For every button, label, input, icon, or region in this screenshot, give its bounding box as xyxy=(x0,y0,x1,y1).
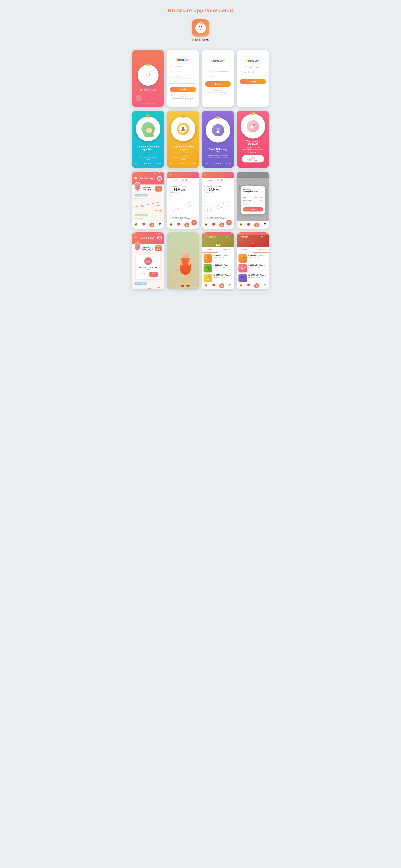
nutrition1-menu-tab[interactable]: Menu xyxy=(202,247,218,252)
nav-grid-icon-4[interactable]: ⊞ xyxy=(263,222,267,226)
tab-length-2[interactable]: Length xyxy=(204,178,215,183)
password-field[interactable]: Password xyxy=(170,81,196,84)
tab-weight-2[interactable]: Weight xyxy=(215,178,225,183)
onboard1-next[interactable]: NEXT xyxy=(157,163,161,165)
nutrition2-menu-tab[interactable]: Menu xyxy=(237,247,253,252)
user-avatar[interactable] xyxy=(157,176,162,181)
nav-home-icon-2[interactable]: 🏠 xyxy=(185,222,189,227)
tab-length[interactable]: Length xyxy=(169,178,180,183)
app-icon: 👑 xyxy=(192,20,209,36)
getstarted-button[interactable]: GET STARTED! xyxy=(242,155,264,162)
onboard3-next[interactable]: NEXT xyxy=(226,163,231,165)
nav-grid-nut2[interactable]: ⊞ xyxy=(263,283,267,287)
nav-baby-icon-2[interactable]: 👶 xyxy=(169,222,173,226)
nutrition2-menu-icon[interactable]: ☰ xyxy=(265,236,267,239)
ruler-screen: 90 80 70 60 50 40 30 20 10 🌸 xyxy=(167,232,199,289)
weight-date: 15 May 2018 xyxy=(204,192,232,193)
nutrition-2-screen: 9:41 🔋 ← Nutrition 🔍 ☰ 🍅 Menu Super food xyxy=(237,232,269,289)
nav-baby-nut1[interactable]: 👶 xyxy=(204,283,207,287)
splash-mascot: 👑 xyxy=(138,65,159,86)
food-item-sf-2[interactable]: LITTLEBIG 9-12 Months Recipes 250 posts … xyxy=(238,264,267,273)
signin-link[interactable]: Sign In xyxy=(189,98,193,99)
onboard2-next[interactable]: NEXT xyxy=(191,163,196,165)
nav-home-icon[interactable]: 🏠 xyxy=(149,222,154,227)
nutrition1-search[interactable]: 🔍 xyxy=(226,236,229,239)
nav-grid-nut1[interactable]: ⊞ xyxy=(228,283,232,287)
modal-date-field: Date 27 May 2018 xyxy=(243,195,263,199)
nav-heart-icon-2[interactable]: ❤️ xyxy=(177,222,180,226)
vr-dialog: 🥽 Would you like to use VR? Cancel Scan … xyxy=(136,255,160,279)
nav-baby-nut2[interactable]: 👶 xyxy=(239,283,242,287)
weight-chart-btn[interactable]: WEIGHT CHART xyxy=(134,214,148,216)
email-field[interactable]: Email address xyxy=(170,65,196,68)
food-item-3[interactable]: 🍜 12-18 Months Recipes 110 posts ❤ 1,309 xyxy=(204,274,232,282)
modal-save-button[interactable]: Save xyxy=(243,207,263,212)
email-id-field[interactable]: Enter Email ID xyxy=(240,71,266,74)
nutrition1-superfood-tab[interactable]: Super food xyxy=(218,247,234,252)
tab-weight[interactable]: Weight xyxy=(180,178,190,183)
food-item-sf-1[interactable]: 🥕 6-8 Months Recipes 184 posts ❤ 1,645 xyxy=(238,254,267,262)
modal-weight-field[interactable]: Weight (cm) Input xyxy=(243,203,263,206)
onboard3-skip[interactable]: SKIP xyxy=(205,163,209,165)
submit-button[interactable]: Submit xyxy=(240,79,266,84)
onboard1-skip[interactable]: SKIP xyxy=(135,163,139,165)
nav-home-icon-4[interactable]: 🏠 xyxy=(254,222,259,227)
onboard1-desc: Contact a specialist near you and get yo… xyxy=(137,152,159,160)
nav-heart-icon-3[interactable]: ❤️ xyxy=(212,222,215,226)
fullname-field[interactable]: Full Name xyxy=(170,70,196,73)
forgot-screen: KidsCare Forgot Password Enter Email ID … xyxy=(237,50,269,107)
modal-close-icon[interactable]: ✕ xyxy=(262,190,263,192)
food-item-sf-3[interactable]: 🫐 12-18 Months Recipes 110 posts ❤ 1,309 xyxy=(238,274,267,282)
screens-row-4: 9:41 ▲▲▲ 🔋 Sophie Casey xyxy=(132,232,269,289)
nav-heart-icon-4[interactable]: ❤️ xyxy=(247,222,250,226)
measure-line-top xyxy=(172,241,191,241)
weight-legend-standard: Standard development limit (WTC xyxy=(204,218,232,219)
back-arrow-icon[interactable]: ← xyxy=(172,173,175,176)
nav-home-nut2[interactable]: 🏠 xyxy=(254,283,259,288)
nav-heart-icon[interactable]: ❤️ xyxy=(142,222,145,226)
onboard2-skip[interactable]: SKIP xyxy=(170,163,174,165)
baby-info: Information baby 3 year old xyxy=(142,186,155,190)
length-chart-btn[interactable]: LENGTH CHART xyxy=(134,194,148,196)
nav-home-icon-3[interactable]: 🏠 xyxy=(219,222,224,227)
nav-home-nut1[interactable]: 🏠 xyxy=(219,283,224,288)
terms-text: By creating an account you agree to the … xyxy=(170,94,196,97)
signin-button[interactable]: Sign In xyxy=(205,81,231,87)
add-weight-btn[interactable]: + xyxy=(226,220,232,225)
onboard2-title: Nutrition for growth stages xyxy=(172,145,194,151)
signup-link[interactable]: Sign Up xyxy=(223,92,228,93)
nav-baby-icon[interactable]: 👶 xyxy=(134,222,138,226)
nutrition1-back[interactable]: ← < Nutrition xyxy=(204,236,215,238)
vr-scan-btn[interactable]: Scan VR xyxy=(149,272,158,277)
signup-button[interactable]: Sign Up xyxy=(170,87,196,92)
food-item-1[interactable]: 🍊 6-8 Months Recipes 184 posts ❤ 1,645 xyxy=(204,254,232,262)
weight-legend-normal: Normal development limit xyxy=(204,216,232,218)
add-measurement-btn[interactable]: + xyxy=(191,220,197,225)
nav-grid-icon[interactable]: ⊞ xyxy=(159,222,162,226)
vr-length-chart-btn[interactable]: LENGTH CHART xyxy=(134,282,147,285)
food-item-2[interactable]: 🥦 9-12 Months Recipes 250 posts ❤ 1,302 xyxy=(204,264,232,273)
nutrition2-superfood-tab[interactable]: Super food xyxy=(253,247,269,252)
signin-password-field[interactable]: Password xyxy=(205,75,231,78)
username-field[interactable]: Username or email address xyxy=(205,70,231,73)
nav-heart-nut1[interactable]: ❤️ xyxy=(212,283,215,287)
nav-heart-nut2[interactable]: ❤️ xyxy=(247,283,250,287)
nav-baby-icon-3[interactable]: 👶 xyxy=(204,222,207,226)
nav-baby-icon-4[interactable]: 👶 xyxy=(239,222,242,226)
onboard-3-screen: 👑 🐰 Check BMI using VR use VR to calcula… xyxy=(202,111,234,168)
svg-rect-18 xyxy=(204,189,207,191)
nutrition1-menu-icon[interactable]: ☰ xyxy=(230,236,232,239)
hamburger-menu[interactable] xyxy=(134,178,137,179)
vr-cancel-btn[interactable]: Cancel xyxy=(138,272,148,277)
nutrition2-back[interactable]: ← Nutrition xyxy=(238,236,248,238)
vr-hamburger[interactable] xyxy=(134,237,137,239)
forgot-password-link[interactable]: Forgot Password xyxy=(208,90,228,91)
legend-normal: Normal development limit xyxy=(169,216,197,218)
nutrition2-search[interactable]: 🔍 xyxy=(261,236,264,239)
modal-height-field[interactable]: Height (cm) Input xyxy=(243,199,263,203)
month-badge: MONTH 3 9 xyxy=(155,186,162,191)
phone-field[interactable]: Phone Number xyxy=(170,75,196,79)
back-arrow-icon-2[interactable]: ← xyxy=(207,173,210,176)
vr-user-avatar[interactable] xyxy=(157,236,162,240)
no-account-text: Don't have an account? Sign Up xyxy=(208,92,228,93)
